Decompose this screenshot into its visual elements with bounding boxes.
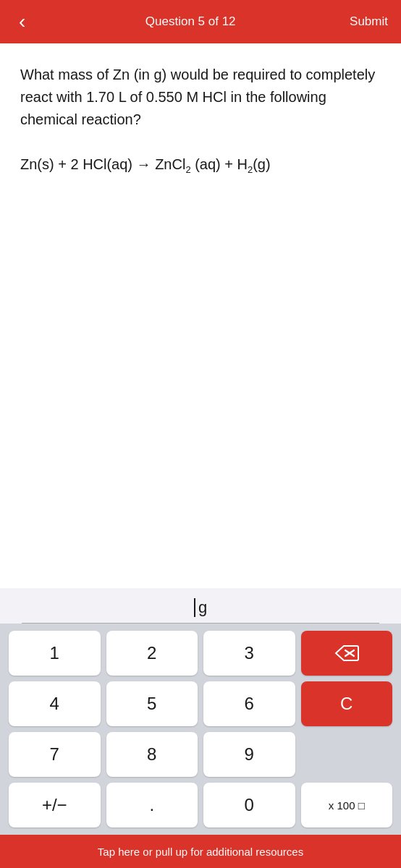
answer-display: g xyxy=(22,588,379,624)
input-area: g 1 2 3 4 5 6 C 7 8 9 +/− . 0 x 100 □ xyxy=(0,588,401,835)
answer-unit: g xyxy=(198,598,207,617)
backspace-icon xyxy=(334,644,359,662)
question-area: What mass of Zn (in g) would be required… xyxy=(0,43,401,588)
keypad: 1 2 3 4 5 6 C 7 8 9 +/− . 0 x 100 □ xyxy=(0,624,401,835)
key-8[interactable]: 8 xyxy=(106,732,198,777)
key-1[interactable]: 1 xyxy=(9,631,101,676)
key-clear[interactable]: C xyxy=(301,681,393,726)
question-text: What mass of Zn (in g) would be required… xyxy=(20,64,381,177)
key-2[interactable]: 2 xyxy=(106,631,198,676)
submit-button[interactable]: Submit xyxy=(350,14,388,29)
key-backspace[interactable] xyxy=(301,631,393,676)
question-progress: Question 5 of 12 xyxy=(145,14,236,29)
key-5[interactable]: 5 xyxy=(106,681,198,726)
key-0[interactable]: 0 xyxy=(203,783,295,827)
key-6[interactable]: 6 xyxy=(203,681,295,726)
bottom-banner-text: Tap here or pull up for additional resou… xyxy=(98,846,303,858)
key-decimal[interactable]: . xyxy=(106,783,198,827)
bottom-banner[interactable]: Tap here or pull up for additional resou… xyxy=(0,835,401,868)
key-empty-1 xyxy=(301,732,393,777)
key-3[interactable]: 3 xyxy=(203,631,295,676)
key-plus-minus[interactable]: +/− xyxy=(9,783,101,827)
cursor xyxy=(194,598,195,617)
key-x100[interactable]: x 100 □ xyxy=(301,783,393,827)
key-7[interactable]: 7 xyxy=(9,732,101,777)
key-4[interactable]: 4 xyxy=(9,681,101,726)
key-9[interactable]: 9 xyxy=(203,732,295,777)
back-button[interactable]: ‹ xyxy=(13,9,31,35)
header: ‹ Question 5 of 12 Submit xyxy=(0,0,401,43)
